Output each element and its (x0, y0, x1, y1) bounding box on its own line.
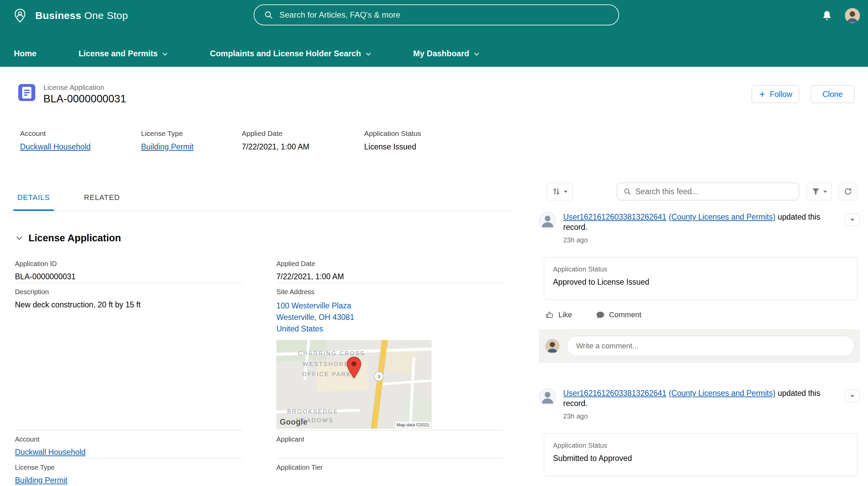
feed-refresh-button[interactable] (839, 183, 857, 200)
change-field-value: Submitted to Approved (553, 453, 849, 463)
field-site-address: Site Address 100 Westerville Plaza Weste… (276, 283, 504, 430)
feed-user-avatar[interactable] (539, 212, 556, 229)
feed-item: User16216126033813262641(County Licenses… (539, 212, 860, 388)
site-map[interactable]: CHARRING CROSS WESTSHORE OFFICE PARK BRO… (276, 340, 432, 429)
feed-user-profile-link[interactable]: (County Licenses and Permits) (669, 212, 775, 221)
map-road (378, 379, 432, 385)
feed-item-text: User16216126033813262641(County Licenses… (563, 212, 821, 245)
feed-user-avatar[interactable] (539, 388, 556, 406)
record-tabs: DETAILS RELATED (15, 190, 513, 211)
field-applicant-value (276, 447, 504, 457)
like-label: Like (558, 310, 572, 319)
tab-details[interactable]: DETAILS (17, 193, 50, 202)
nav-item-complaints-search[interactable]: Complaints and License Holder Search (210, 49, 371, 58)
nav-item-my-dashboard[interactable]: My Dashboard (413, 49, 479, 58)
field-application-tier: Application Tier (276, 459, 504, 486)
refresh-icon (844, 187, 852, 196)
field-license-type-label: License Type (15, 463, 242, 471)
chevron-down-icon (16, 236, 23, 240)
field-applied-date-label: Applied Date (276, 260, 504, 268)
section-license-application[interactable]: License Application (16, 232, 121, 244)
feed-search-input[interactable] (635, 187, 785, 196)
record-actions: Follow Clone (752, 85, 854, 103)
field-applicant-label: Applicant (276, 435, 504, 443)
tab-related[interactable]: RELATED (84, 193, 120, 202)
main-nav: Home License and Permits Complaints and … (0, 31, 868, 67)
current-user-avatar (545, 339, 559, 353)
feed-controls (539, 183, 860, 200)
clone-button-label: Clone (822, 90, 843, 99)
brand: Business One Stop (0, 8, 128, 23)
highlight-application-status-label: Application Status (364, 129, 421, 138)
field-application-id-label: Application ID (15, 260, 242, 268)
comment-button[interactable]: Comment (596, 310, 641, 320)
feed-item-menu-button[interactable] (845, 389, 860, 402)
address-line2-link[interactable]: Westerville, OH 43081 (276, 311, 504, 323)
license-type-link[interactable]: Building Permit (141, 142, 194, 151)
google-logo: Google (280, 418, 308, 427)
address-line3-link[interactable]: United States (276, 323, 504, 335)
like-button[interactable]: Like (545, 310, 572, 320)
highlight-applied-date: Applied Date 7/22/2021, 1:00 AM (242, 129, 364, 151)
chevron-down-icon (162, 52, 168, 56)
search-icon (623, 187, 631, 196)
top-header: Business One Stop (0, 0, 868, 31)
feed-search[interactable] (617, 183, 799, 200)
field-description-value: New deck construction, 20 ft by 15 ft (15, 300, 242, 309)
user-avatar-photo (545, 339, 559, 353)
feed-filter-button[interactable] (807, 183, 832, 200)
map-pin-icon (346, 356, 362, 379)
feed-user-link[interactable]: User16216126033813262641 (563, 212, 666, 221)
field-application-tier-value (276, 475, 504, 485)
account-link[interactable]: Duckwall Household (20, 142, 91, 151)
field-site-address-label: Site Address (276, 288, 504, 296)
feed-item-header: User16216126033813262641(County Licenses… (539, 212, 860, 245)
global-search-input[interactable] (279, 10, 585, 20)
chevron-down-icon (850, 218, 855, 221)
feed-timestamp: 23h ago (563, 411, 821, 421)
highlight-application-status: Application Status License Issued (364, 129, 428, 151)
user-avatar[interactable] (845, 8, 860, 23)
feed-item-header: User16216126033813262641(County Licenses… (539, 388, 860, 421)
comment-bubble-icon (596, 310, 605, 320)
highlight-license-type: License Type Building Permit (141, 129, 242, 151)
account-detail-link[interactable]: Duckwall Household (15, 448, 85, 457)
notifications-bell-icon[interactable] (821, 10, 833, 21)
brand-logo-icon (12, 8, 28, 23)
chatter-feed: User16216126033813262641(County Licenses… (539, 183, 860, 486)
global-search[interactable] (254, 4, 619, 25)
field-account: Account Duckwall Household (15, 430, 242, 459)
license-type-detail-link[interactable]: Building Permit (15, 476, 67, 485)
comment-label: Comment (609, 310, 641, 319)
feed-item: User16216126033813262641(County Licenses… (539, 388, 860, 486)
page-title: BLA-0000000031 (43, 93, 126, 105)
comment-input[interactable] (576, 342, 840, 350)
nav-license-label: License and Permits (79, 49, 158, 58)
field-license-type: License Type Building Permit (15, 459, 242, 486)
applied-date-value: 7/22/2021, 1:00 AM (242, 142, 357, 151)
user-avatar-photo (845, 8, 860, 23)
field-applied-date-value: 7/22/2021, 1:00 AM (276, 272, 504, 281)
feed-user-link[interactable]: User16216126033813262641 (563, 389, 666, 398)
address-line1-link[interactable]: 100 Westerville Plaza (276, 300, 504, 311)
nav-item-license-and-permits[interactable]: License and Permits (79, 49, 168, 58)
change-field-value: Approved to License Issued (553, 277, 849, 287)
field-account-label: Account (15, 435, 242, 443)
highlight-account-label: Account (20, 129, 134, 138)
follow-button[interactable]: Follow (752, 85, 799, 103)
feed-user-profile-link[interactable]: (County Licenses and Permits) (669, 389, 775, 398)
header-utilities (821, 0, 860, 31)
field-application-id-value: BLA-0000000031 (15, 272, 242, 281)
license-application-icon (18, 84, 35, 101)
clone-button[interactable]: Clone (811, 85, 854, 103)
feed-item-menu-button[interactable] (845, 213, 860, 226)
feed-timestamp: 23h ago (563, 235, 821, 245)
map-label-charring-cross: CHARRING CROSS (298, 350, 365, 357)
details-field-grid: Application ID BLA-0000000031 Applied Da… (15, 255, 513, 486)
chevron-down-icon (564, 190, 568, 193)
nav-item-home[interactable]: Home (14, 49, 37, 58)
feed-sort-button[interactable] (547, 183, 573, 200)
page: Business One Stop Home (0, 0, 868, 486)
person-icon (539, 212, 556, 229)
field-description-label: Description (15, 288, 242, 296)
